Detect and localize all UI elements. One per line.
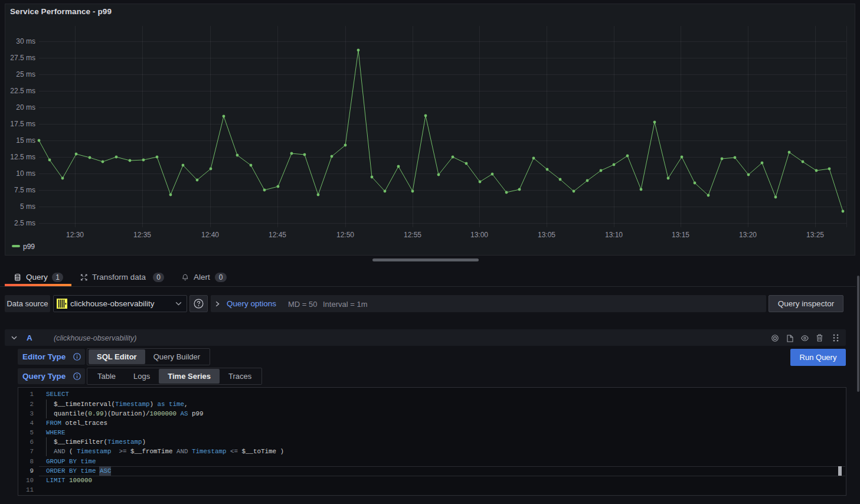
svg-text:2.5 ms: 2.5 ms [14,219,35,227]
svg-text:7.5 ms: 7.5 ms [14,186,35,194]
svg-text:25 ms: 25 ms [16,70,35,78]
svg-text:20 ms: 20 ms [16,103,35,112]
svg-text:12:30: 12:30 [66,231,84,239]
svg-text:p99: p99 [23,243,35,251]
svg-text:12:45: 12:45 [269,231,286,239]
svg-text:13:20: 13:20 [739,231,757,239]
svg-text:10 ms: 10 ms [16,169,35,178]
svg-text:27.5 ms: 27.5 ms [10,54,35,62]
svg-text:13:25: 13:25 [806,231,824,239]
svg-text:17.5 ms: 17.5 ms [10,120,35,128]
svg-text:12:35: 12:35 [133,231,151,239]
svg-text:15 ms: 15 ms [16,136,35,145]
svg-text:5 ms: 5 ms [20,202,35,211]
svg-text:13:05: 13:05 [538,231,555,239]
svg-text:12:40: 12:40 [201,231,219,239]
svg-text:13:00: 13:00 [470,231,488,239]
svg-text:13:15: 13:15 [672,231,689,239]
svg-text:22.5 ms: 22.5 ms [10,87,35,95]
svg-text:12:55: 12:55 [404,231,421,239]
svg-text:30 ms: 30 ms [16,37,35,45]
svg-text:13:10: 13:10 [605,231,623,239]
svg-text:12:50: 12:50 [336,231,354,239]
svg-text:12.5 ms: 12.5 ms [10,153,35,161]
